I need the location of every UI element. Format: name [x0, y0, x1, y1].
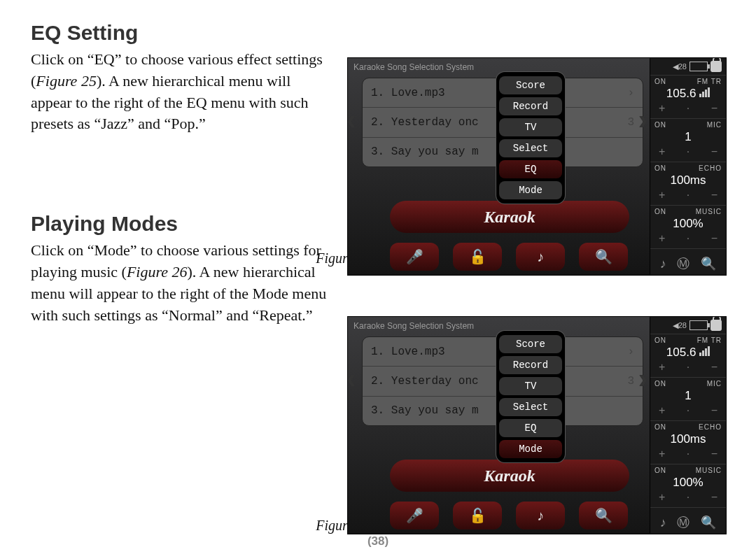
menu-item-score[interactable]: Score: [499, 76, 562, 94]
panel-mic[interactable]: ONMIC1+·−: [650, 378, 726, 421]
menu-item-select[interactable]: Select: [499, 398, 562, 416]
panel-echo[interactable]: ONECHO100ms+·−: [650, 421, 726, 464]
signal-icon: [699, 346, 710, 356]
panel-fm-tr[interactable]: ONFM TR105.6 +·−: [650, 334, 726, 378]
page-number: (38): [368, 534, 388, 548]
minus-icon[interactable]: −: [711, 448, 718, 460]
menu-item-eq[interactable]: EQ: [499, 419, 562, 437]
menu-item-select[interactable]: Select: [499, 139, 562, 157]
plus-icon[interactable]: +: [659, 145, 665, 158]
plus-icon[interactable]: +: [659, 404, 665, 417]
panel-fm-tr[interactable]: ONFM TR105.6 +·−: [650, 76, 726, 119]
signal-icon: [699, 87, 710, 97]
status-bar: ◀28: [650, 58, 726, 76]
lock-icon: [710, 61, 722, 72]
panel-music[interactable]: ONMUSIC100%+·−: [650, 206, 726, 249]
panel-echo[interactable]: ONECHO100ms+·−: [650, 162, 726, 206]
m-circle-icon[interactable]: Ⓜ: [677, 255, 690, 272]
manual-page: EQ Setting Click on “EQ” to choose vario…: [0, 0, 756, 554]
window-title: Karaoke Song Selection System: [354, 62, 474, 72]
battery-icon: [690, 320, 708, 330]
minus-icon[interactable]: −: [711, 361, 718, 374]
music-note-icon[interactable]: ♪: [660, 516, 666, 530]
menu-item-tv[interactable]: TV: [499, 377, 562, 395]
m-circle-icon[interactable]: Ⓜ: [677, 514, 690, 531]
karaoke-bar[interactable]: Karaok: [390, 201, 629, 233]
chevron-left-icon[interactable]: ‹: [347, 104, 356, 136]
chevron-right-icon[interactable]: ›: [638, 363, 648, 395]
zoom-icon[interactable]: 🔍: [701, 515, 716, 530]
side-panel: ◀28 ONFM TR105.6 +·−ONMIC1+·−ONECHO100ms…: [650, 58, 726, 275]
menu-item-eq[interactable]: EQ: [499, 160, 562, 178]
music-note-icon[interactable]: ♪: [660, 257, 666, 271]
window-title: Karaoke Song Selection System: [354, 321, 474, 331]
karaoke-bar[interactable]: Karaok: [390, 460, 629, 492]
panel-mic[interactable]: ONMIC1+·−: [650, 119, 726, 162]
plus-icon[interactable]: +: [659, 491, 665, 504]
lock-open-icon[interactable]: 🔓: [453, 502, 502, 530]
minus-icon[interactable]: −: [711, 404, 718, 417]
minus-icon[interactable]: −: [711, 145, 718, 158]
menu-item-mode[interactable]: Mode: [499, 440, 562, 458]
zoom-icon[interactable]: 🔍: [579, 502, 628, 530]
chevron-left-icon[interactable]: ‹: [347, 363, 356, 395]
menu-item-tv[interactable]: TV: [499, 118, 562, 136]
figure-25: Karaoke Song Selection System1. Love.mp3…: [347, 57, 725, 276]
mic-mute-icon[interactable]: 🎤: [390, 243, 439, 271]
zoom-icon[interactable]: 🔍: [701, 256, 716, 271]
menu-item-mode[interactable]: Mode: [499, 181, 562, 199]
heading-eq-setting: EQ Setting: [31, 21, 725, 45]
minus-icon[interactable]: −: [711, 102, 718, 115]
side-panel: ◀28 ONFM TR105.6 +·−ONMIC1+·−ONECHO100ms…: [650, 317, 726, 534]
music-note-icon[interactable]: ♪: [516, 502, 565, 530]
status-bar: ◀28: [650, 317, 726, 334]
plus-icon[interactable]: +: [659, 448, 665, 460]
chevron-right-icon[interactable]: ›: [638, 104, 648, 136]
plus-icon[interactable]: +: [659, 102, 665, 115]
minus-icon[interactable]: −: [711, 491, 718, 504]
context-menu: ScoreRecordTVSelectEQMode: [496, 331, 565, 462]
bottom-button-row: 🎤🔓♪🔍: [390, 502, 628, 530]
panel-music[interactable]: ONMUSIC100%+·−: [650, 464, 726, 508]
volume-icon: ◀28: [673, 62, 687, 71]
music-note-icon[interactable]: ♪: [516, 243, 565, 271]
mic-mute-icon[interactable]: 🎤: [390, 502, 439, 530]
plus-icon[interactable]: +: [659, 232, 665, 245]
plus-icon[interactable]: +: [659, 189, 665, 201]
side-icon-row: ♪Ⓜ🔍: [650, 249, 726, 276]
menu-item-score[interactable]: Score: [499, 335, 562, 353]
side-icon-row: ♪Ⓜ🔍: [650, 508, 726, 534]
plus-icon[interactable]: +: [659, 361, 665, 374]
zoom-icon[interactable]: 🔍: [579, 243, 628, 271]
battery-icon: [690, 62, 708, 71]
lock-open-icon[interactable]: 🔓: [453, 243, 502, 271]
minus-icon[interactable]: −: [711, 189, 718, 201]
context-menu: ScoreRecordTVSelectEQMode: [496, 72, 565, 204]
bottom-button-row: 🎤🔓♪🔍: [390, 243, 628, 271]
volume-icon: ◀28: [673, 321, 687, 330]
figure-26: Karaoke Song Selection System1. Love.mp3…: [347, 316, 725, 534]
body-eq-setting: Click on “EQ” to choose various effect s…: [31, 49, 332, 135]
minus-icon[interactable]: −: [711, 232, 718, 245]
menu-item-record[interactable]: Record: [499, 97, 562, 115]
lock-icon: [710, 320, 722, 331]
menu-item-record[interactable]: Record: [499, 356, 562, 374]
